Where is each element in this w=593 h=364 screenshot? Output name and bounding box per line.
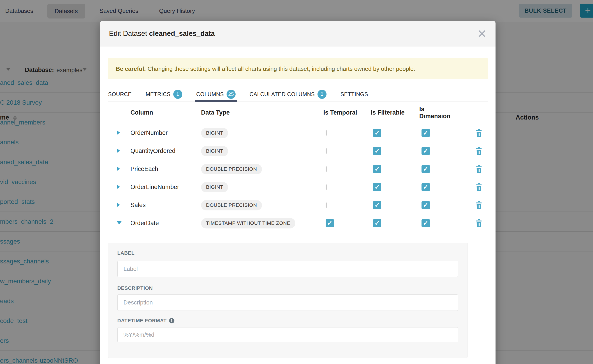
is-filterable-header: Is Filterable	[359, 109, 408, 116]
is-filterable-checkbox[interactable]: ✓	[373, 183, 381, 191]
description-field-label: DESCRIPTION	[117, 285, 153, 291]
is-dimension-checkbox[interactable]: ✓	[422, 165, 430, 173]
tab-count-badge: 1	[173, 90, 182, 99]
close-button[interactable]	[477, 29, 487, 38]
is-temporal-checkbox[interactable]	[326, 184, 327, 190]
data-type-header: Data Type	[199, 109, 312, 116]
column-name: OrderNumber	[126, 130, 199, 136]
tab-count-badge: 25	[227, 90, 236, 99]
is-filterable-checkbox[interactable]: ✓	[373, 147, 381, 155]
dataset-name: cleaned_sales_data	[149, 30, 215, 38]
expand-caret-icon[interactable]	[117, 148, 120, 153]
column-name: OrderDate	[126, 220, 199, 227]
is-temporal-checkbox[interactable]: ✓	[326, 219, 334, 227]
is-dimension-checkbox[interactable]: ✓	[422, 147, 430, 155]
delete-icon[interactable]	[475, 147, 482, 155]
column-row: PriceEach DOUBLE PRECISION ✓ ✓	[111, 160, 484, 178]
data-type-pill: DOUBLE PRECISION	[201, 164, 262, 174]
close-icon	[479, 30, 485, 37]
label-field-label: LABEL	[117, 250, 134, 256]
data-type-pill: BIGINT	[201, 146, 228, 156]
info-icon[interactable]	[169, 318, 175, 324]
delete-icon[interactable]	[475, 219, 482, 227]
column-header: Column	[126, 109, 199, 116]
delete-icon[interactable]	[475, 201, 482, 209]
is-temporal-checkbox[interactable]	[326, 130, 327, 136]
modal-body: Be careful.Changing these settings will …	[100, 58, 495, 358]
delete-icon[interactable]	[475, 165, 482, 173]
expand-caret-icon[interactable]	[117, 130, 120, 135]
modal-header: Edit Dataset cleaned_sales_data	[100, 21, 495, 46]
column-editor-panel: LABEL DESCRIPTION DATETIME FORMAT	[108, 243, 468, 358]
app-screen: Databases Datasets Saved Queries Query H…	[0, 0, 593, 364]
is-temporal-checkbox[interactable]	[326, 202, 327, 208]
expand-caret-icon[interactable]	[117, 221, 122, 224]
tab-calculated-columns[interactable]: CALCULATED COLUMNS 0	[249, 86, 327, 101]
column-row: Sales DOUBLE PRECISION ✓ ✓	[111, 196, 484, 214]
is-dimension-checkbox[interactable]: ✓	[422, 201, 430, 209]
expand-caret-icon[interactable]	[117, 202, 120, 207]
columns-table: Column Data Type Is Temporal Is Filterab…	[111, 102, 484, 232]
is-dimension-checkbox[interactable]: ✓	[422, 129, 430, 137]
is-filterable-checkbox[interactable]: ✓	[373, 201, 381, 209]
is-filterable-checkbox[interactable]: ✓	[373, 219, 381, 227]
data-type-pill: BIGINT	[201, 128, 228, 138]
expand-caret-icon[interactable]	[117, 166, 120, 171]
column-name: QuantityOrdered	[126, 148, 199, 155]
data-type-pill: TIMESTAMP WITHOUT TIME ZONE	[201, 218, 295, 228]
expand-caret-icon[interactable]	[117, 184, 120, 189]
delete-icon[interactable]	[475, 183, 482, 191]
modal-title: Edit Dataset cleaned_sales_data	[109, 30, 215, 38]
warning-bold: Be careful.	[116, 65, 146, 72]
warning-banner: Be careful.Changing these settings will …	[108, 58, 488, 79]
tab-settings[interactable]: SETTINGS	[340, 86, 369, 101]
tab-source[interactable]: SOURCE	[108, 86, 132, 101]
column-row: OrderDate TIMESTAMP WITHOUT TIME ZONE ✓ …	[111, 214, 484, 232]
warning-text: Changing these settings will affect all …	[148, 65, 415, 72]
is-dimension-header: Is Dimension	[408, 106, 456, 120]
tab-metrics[interactable]: METRICS 1	[145, 86, 183, 101]
column-name: PriceEach	[126, 166, 199, 173]
datetime-format-input[interactable]	[117, 327, 458, 342]
column-name: OrderLineNumber	[126, 184, 199, 191]
columns-table-header: Column Data Type Is Temporal Is Filterab…	[111, 102, 484, 124]
is-dimension-checkbox[interactable]: ✓	[422, 183, 430, 191]
description-input[interactable]	[117, 294, 458, 311]
is-filterable-checkbox[interactable]: ✓	[373, 129, 381, 137]
data-type-pill: BIGINT	[201, 182, 228, 192]
datetime-format-field-label: DATETIME FORMAT	[117, 318, 175, 324]
column-name: Sales	[126, 202, 199, 209]
tab-columns[interactable]: COLUMNS 25	[196, 86, 236, 101]
delete-icon[interactable]	[475, 129, 482, 137]
is-filterable-checkbox[interactable]: ✓	[373, 165, 381, 173]
tab-count-badge: 0	[317, 90, 327, 99]
label-input[interactable]	[117, 261, 458, 277]
edit-dataset-modal: Edit Dataset cleaned_sales_data Be caref…	[100, 21, 495, 364]
is-temporal-header: Is Temporal	[312, 109, 359, 116]
is-temporal-checkbox[interactable]	[326, 166, 327, 172]
modal-tabs: SOURCE METRICS 1 COLUMNS 25 CALCULATED C…	[108, 86, 488, 102]
column-row: OrderNumber BIGINT ✓ ✓	[111, 124, 484, 142]
is-dimension-checkbox[interactable]: ✓	[422, 219, 430, 227]
data-type-pill: DOUBLE PRECISION	[201, 200, 262, 210]
is-temporal-checkbox[interactable]	[326, 148, 327, 154]
column-row: OrderLineNumber BIGINT ✓ ✓	[111, 178, 484, 196]
column-row: QuantityOrdered BIGINT ✓ ✓	[111, 142, 484, 160]
